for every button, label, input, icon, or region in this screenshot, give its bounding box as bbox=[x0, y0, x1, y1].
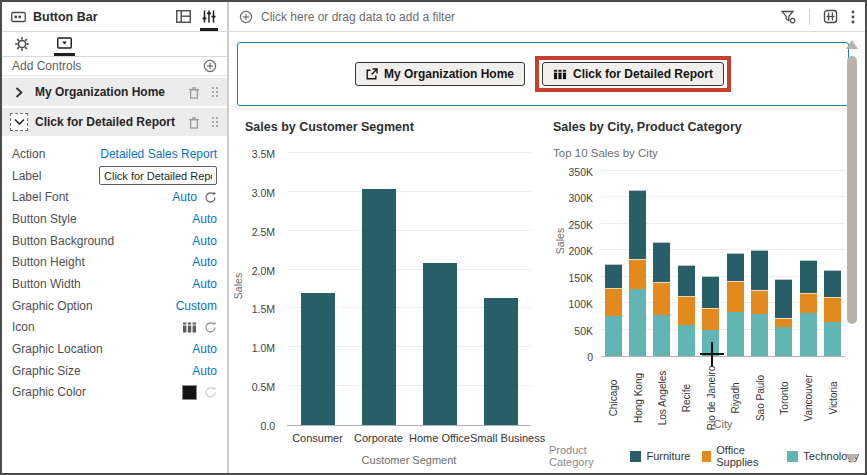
y-tick-label: 0 bbox=[587, 351, 593, 363]
add-controls-row: Add Controls bbox=[2, 57, 227, 76]
chevron-right-icon[interactable] bbox=[10, 83, 28, 101]
bar-segment[interactable] bbox=[702, 308, 719, 330]
refresh-icon[interactable] bbox=[204, 191, 217, 204]
bar-segment[interactable] bbox=[775, 318, 792, 327]
bar-segment[interactable] bbox=[800, 313, 817, 356]
sliders-icon[interactable] bbox=[200, 2, 218, 31]
drag-handle-icon[interactable] bbox=[211, 86, 219, 98]
stacked-bar[interactable] bbox=[678, 265, 695, 356]
action-value-link[interactable]: Detailed Sales Report bbox=[100, 147, 217, 161]
y-tick-label: 1.0M bbox=[252, 342, 275, 354]
label-font-value-link[interactable]: Auto bbox=[172, 190, 197, 204]
x-axis-title: Customer Segment bbox=[287, 454, 531, 466]
bar-segment[interactable] bbox=[678, 325, 695, 356]
trash-icon[interactable] bbox=[188, 86, 200, 99]
property-graphic-color: Graphic Color bbox=[12, 382, 217, 404]
button-width-value-link[interactable]: Auto bbox=[192, 277, 217, 291]
my-organization-home-button[interactable]: My Organization Home bbox=[355, 62, 525, 86]
bar-segment[interactable] bbox=[775, 327, 792, 356]
bar-segment[interactable] bbox=[727, 312, 744, 356]
button-height-value-link[interactable]: Auto bbox=[192, 255, 217, 269]
bar-segment[interactable] bbox=[605, 264, 622, 289]
button-style-value-link[interactable]: Auto bbox=[192, 212, 217, 226]
scrollbar-thumb[interactable] bbox=[847, 56, 857, 324]
bar[interactable] bbox=[423, 263, 457, 425]
control-row-my-organization-home[interactable]: My Organization Home bbox=[2, 78, 227, 106]
graphic-location-value-link[interactable]: Auto bbox=[192, 342, 217, 356]
bar-segment[interactable] bbox=[800, 293, 817, 314]
scroll-up-arrow[interactable] bbox=[846, 40, 858, 49]
bar[interactable] bbox=[301, 293, 335, 425]
bar-segment[interactable] bbox=[605, 316, 622, 356]
bar-segment[interactable] bbox=[824, 297, 841, 322]
bar[interactable] bbox=[362, 189, 396, 425]
bar-segment[interactable] bbox=[678, 265, 695, 296]
stacked-bar[interactable] bbox=[751, 250, 768, 356]
bar[interactable] bbox=[484, 298, 518, 425]
bar-segment[interactable] bbox=[702, 276, 719, 308]
button-label: My Organization Home bbox=[384, 67, 514, 81]
chart-sales-by-city-product-category[interactable]: Sales by City, Product Category Top 10 S… bbox=[545, 120, 859, 472]
bar-segment[interactable] bbox=[727, 281, 744, 312]
chevron-down-icon[interactable] bbox=[10, 113, 28, 131]
trash-icon[interactable] bbox=[188, 116, 200, 129]
drag-handle-icon[interactable] bbox=[211, 116, 219, 128]
legend-swatch bbox=[702, 451, 711, 462]
stacked-bar[interactable] bbox=[775, 279, 792, 356]
bar-segment[interactable] bbox=[605, 288, 622, 316]
y-tick-label: 0.0 bbox=[260, 420, 275, 432]
y-tick-label: 300K bbox=[568, 192, 593, 204]
control-row-click-for-detailed-report[interactable]: Click for Detailed Report bbox=[2, 108, 227, 136]
refresh-icon[interactable] bbox=[204, 386, 217, 399]
table-icon bbox=[553, 69, 567, 80]
table-icon[interactable] bbox=[182, 322, 197, 333]
chart-sales-by-customer-segment[interactable]: Sales by Customer Segment Sales 0.00.5M1… bbox=[237, 120, 537, 465]
bar-segment[interactable] bbox=[653, 242, 670, 282]
kebab-menu-icon[interactable] bbox=[851, 10, 855, 24]
filter-funnel-icon[interactable] bbox=[781, 10, 796, 24]
tab-general-gear-icon[interactable] bbox=[12, 32, 32, 56]
legend-swatch bbox=[787, 451, 798, 462]
layout-panels-icon[interactable] bbox=[174, 2, 193, 31]
legend-item: Office Supplies bbox=[702, 444, 775, 468]
stacked-bar[interactable] bbox=[824, 270, 841, 356]
bar-segment[interactable] bbox=[751, 314, 768, 356]
button-label: Click for Detailed Report bbox=[573, 67, 713, 81]
filter-bar[interactable]: Click here or drag data to add a filter bbox=[229, 2, 865, 32]
bar-segment[interactable] bbox=[629, 259, 646, 289]
bar-segment[interactable] bbox=[678, 296, 695, 325]
bar-segment[interactable] bbox=[775, 279, 792, 318]
graphic-option-value-link[interactable]: Custom bbox=[176, 299, 217, 313]
bar-segment[interactable] bbox=[727, 253, 744, 281]
plus-circle-icon[interactable] bbox=[239, 10, 253, 24]
bar-segment[interactable] bbox=[653, 315, 670, 356]
scroll-down-arrow[interactable] bbox=[846, 454, 858, 463]
stacked-bar[interactable] bbox=[800, 260, 817, 356]
x-category-label: Sao Paulo bbox=[754, 375, 765, 421]
bar-segment[interactable] bbox=[629, 190, 646, 260]
x-category-label: Riyadh bbox=[730, 382, 741, 413]
label-input[interactable] bbox=[99, 166, 217, 185]
stacked-bar[interactable] bbox=[653, 242, 670, 356]
stacked-bar[interactable] bbox=[629, 190, 646, 356]
graphic-size-value-link[interactable]: Auto bbox=[192, 364, 217, 378]
color-swatch[interactable] bbox=[182, 385, 197, 400]
bar-segment[interactable] bbox=[751, 290, 768, 313]
stacked-bar[interactable] bbox=[605, 264, 622, 356]
tab-controls-button-control-icon[interactable] bbox=[54, 32, 75, 56]
bar-segment[interactable] bbox=[824, 270, 841, 297]
plus-circle-icon[interactable] bbox=[203, 59, 217, 73]
button-bar-icon bbox=[11, 11, 26, 23]
bar-segment[interactable] bbox=[824, 322, 841, 356]
y-tick-label: 350K bbox=[568, 166, 593, 178]
bar-segment[interactable] bbox=[653, 282, 670, 315]
stacked-bar[interactable] bbox=[727, 253, 744, 356]
refresh-icon[interactable] bbox=[204, 321, 217, 334]
bar-segment[interactable] bbox=[751, 250, 768, 290]
bar-segment[interactable] bbox=[800, 260, 817, 293]
canvas-grid-icon[interactable] bbox=[823, 9, 838, 24]
click-for-detailed-report-button[interactable]: Click for Detailed Report bbox=[542, 62, 724, 86]
bar-segment[interactable] bbox=[629, 289, 646, 356]
add-controls-label: Add Controls bbox=[12, 59, 81, 73]
button-background-value-link[interactable]: Auto bbox=[192, 234, 217, 248]
